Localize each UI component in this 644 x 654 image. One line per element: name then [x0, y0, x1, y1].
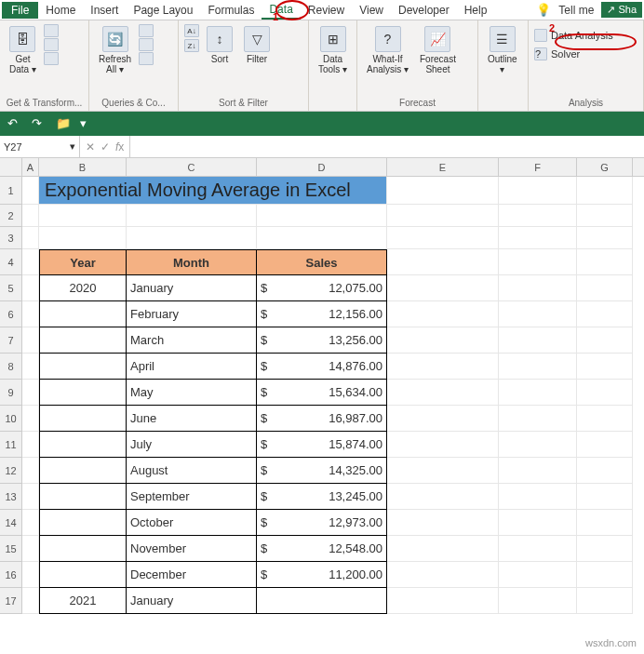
cell-month[interactable]: November [127, 536, 257, 562]
tab-view[interactable]: View [352, 2, 391, 19]
row-header[interactable]: 11 [0, 432, 22, 458]
connections-icon[interactable] [139, 24, 154, 37]
tab-insert[interactable]: Insert [83, 2, 126, 19]
row-header[interactable]: 16 [0, 562, 22, 588]
cell-year[interactable]: 2021 [39, 588, 127, 614]
outline-button[interactable]: ☰ Outline ▾ [484, 24, 521, 76]
row-header[interactable]: 15 [0, 536, 22, 562]
row-header[interactable]: 5 [0, 275, 22, 301]
sort-button[interactable]: ↕ Sort [203, 24, 236, 66]
row-header[interactable]: 7 [0, 327, 22, 354]
cell-month[interactable]: September [127, 484, 257, 510]
cell-sales[interactable]: $14,325.00 [257, 458, 387, 484]
cell-sales[interactable]: $14,876.00 [257, 354, 387, 380]
sort-desc-icon[interactable]: Z↓ [184, 39, 199, 52]
chevron-down-icon[interactable]: ▾ [70, 140, 75, 153]
cell-year[interactable] [39, 510, 127, 536]
cell-month[interactable]: May [127, 380, 257, 406]
data-tools-button[interactable]: ⊞ Data Tools ▾ [315, 24, 351, 76]
cell-year[interactable] [39, 354, 127, 380]
col-C[interactable]: C [127, 158, 257, 176]
row-header[interactable]: 13 [0, 484, 22, 510]
cell-year[interactable] [39, 432, 127, 458]
cell-month[interactable]: January [127, 275, 257, 301]
from-table-icon[interactable] [44, 52, 59, 65]
cell-sales[interactable]: $12,548.00 [257, 536, 387, 562]
row-header[interactable]: 12 [0, 458, 22, 484]
from-web-icon[interactable] [44, 24, 59, 37]
cell-month[interactable]: February [127, 301, 257, 327]
cell-month[interactable]: August [127, 458, 257, 484]
col-F[interactable]: F [499, 158, 577, 176]
filter-button[interactable]: ▽ Filter [240, 24, 274, 66]
cell-year[interactable]: 2020 [39, 275, 127, 301]
cell-month[interactable]: January [127, 588, 257, 614]
cell-year[interactable] [39, 562, 127, 588]
hdr-year[interactable]: Year [39, 249, 127, 275]
cell-month[interactable]: December [127, 562, 257, 588]
cell-year[interactable] [39, 484, 127, 510]
row-header[interactable]: 6 [0, 301, 22, 327]
cell-month[interactable]: April [127, 354, 257, 380]
tab-developer[interactable]: Developer [391, 2, 457, 19]
cell-month[interactable]: October [127, 510, 257, 536]
hdr-sales[interactable]: Sales [257, 249, 387, 275]
solver-button[interactable]: ? Solver [534, 47, 580, 61]
cell-sales[interactable]: $12,156.00 [257, 301, 387, 327]
folder-icon[interactable]: 📁 [56, 116, 71, 131]
tab-home[interactable]: Home [38, 2, 83, 19]
cell-sales[interactable]: $15,874.00 [257, 432, 387, 458]
cell-sales[interactable]: $12,075.00 [257, 275, 387, 301]
row-header[interactable]: 17 [0, 588, 22, 614]
select-all-corner[interactable] [0, 158, 22, 176]
properties-icon[interactable] [139, 38, 154, 51]
file-tab[interactable]: File [2, 2, 38, 19]
cell-month[interactable]: July [127, 432, 257, 458]
tab-data[interactable]: Data [262, 1, 300, 20]
tab-help[interactable]: Help [457, 2, 495, 19]
cell-year[interactable] [39, 536, 127, 562]
cell-month[interactable]: March [127, 327, 257, 354]
col-A[interactable]: A [22, 158, 39, 176]
cell-year[interactable] [39, 301, 127, 327]
cell-sales[interactable]: $15,634.00 [257, 380, 387, 406]
col-B[interactable]: B [39, 158, 127, 176]
title-cell[interactable]: Exponential Moving Average in Excel [39, 177, 387, 205]
cancel-icon[interactable]: ✕ [86, 140, 95, 153]
col-G[interactable]: G [577, 158, 633, 176]
fx-icon[interactable]: fx [115, 140, 124, 153]
accept-icon[interactable]: ✓ [101, 140, 110, 153]
col-E[interactable]: E [387, 158, 499, 176]
tab-review[interactable]: Review [301, 2, 352, 19]
hdr-month[interactable]: Month [127, 249, 257, 275]
cell-sales[interactable]: $13,256.00 [257, 327, 387, 354]
cell-sales[interactable]: $11,200.00 [257, 562, 387, 588]
forecast-sheet-button[interactable]: 📈 Forecast Sheet [416, 24, 460, 76]
data-analysis-button[interactable]: Data Analysis [534, 28, 613, 43]
get-data-button[interactable]: 🗄 Get Data ▾ [6, 24, 40, 76]
refresh-all-button[interactable]: 🔄 Refresh All ▾ [95, 24, 135, 76]
edit-links-icon[interactable] [139, 52, 154, 65]
sort-asc-icon[interactable]: A↓ [184, 24, 199, 37]
row-header[interactable]: 8 [0, 354, 22, 380]
dropdown-icon[interactable]: ▾ [80, 116, 95, 131]
cell-year[interactable] [39, 327, 127, 354]
share-button[interactable]: ↗ Sha [601, 2, 642, 18]
row-header[interactable]: 10 [0, 406, 22, 432]
cell-month[interactable]: June [127, 406, 257, 432]
cell-year[interactable] [39, 380, 127, 406]
name-box[interactable]: Y27▾ [0, 136, 80, 157]
from-text-icon[interactable] [44, 38, 59, 51]
col-D[interactable]: D [257, 158, 387, 176]
redo-icon[interactable]: ↷ [32, 116, 47, 131]
cell-sales[interactable]: $16,987.00 [257, 406, 387, 432]
undo-icon[interactable]: ↶ [7, 116, 22, 131]
cell-sales[interactable] [257, 588, 387, 614]
cell-sales[interactable]: $13,245.00 [257, 484, 387, 510]
tell-me[interactable]: Tell me [551, 2, 601, 19]
cell-sales[interactable]: $12,973.00 [257, 510, 387, 536]
whatif-button[interactable]: ? What-If Analysis ▾ [363, 24, 412, 76]
formula-input[interactable] [130, 136, 644, 157]
tab-page-layout[interactable]: Page Layou [126, 2, 200, 19]
cell-year[interactable] [39, 406, 127, 432]
